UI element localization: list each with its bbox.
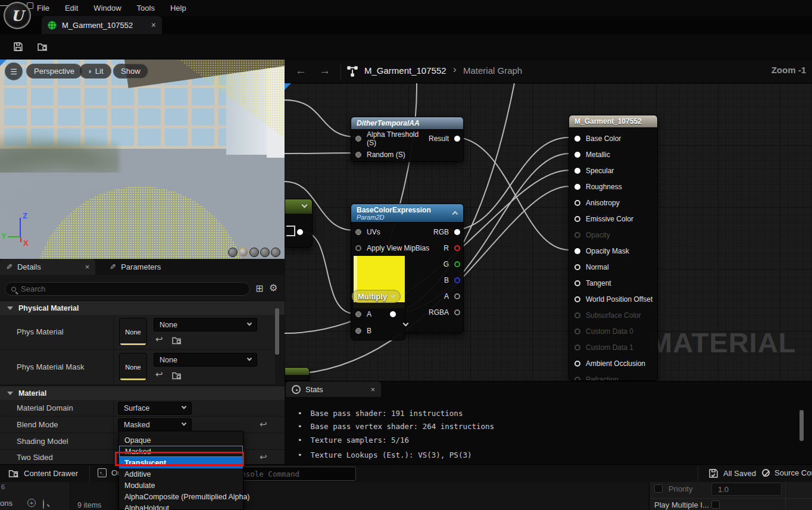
preview-cylinder-button[interactable]: [228, 248, 238, 257]
tab-close-icon[interactable]: ×: [151, 20, 156, 30]
perspective-button[interactable]: Perspective: [26, 64, 82, 79]
priority-checkbox[interactable]: [654, 484, 663, 493]
use-selected-icon[interactable]: ↩: [155, 334, 163, 345]
dropdown-item-translucent[interactable]: Translucent: [119, 457, 243, 468]
reset-to-default-icon[interactable]: ↩: [260, 419, 267, 430]
partial-node-bottom[interactable]: [285, 367, 310, 381]
pin-refraction[interactable]: [574, 377, 580, 381]
browse-icon[interactable]: [171, 336, 182, 345]
stats-tab-close-icon[interactable]: ×: [370, 385, 375, 394]
priority-value-field[interactable]: 1.0: [711, 483, 782, 496]
asset-tab[interactable]: M_Garment_107552 ×: [42, 16, 162, 34]
material-domain-combo[interactable]: Surface: [118, 402, 192, 415]
pin-opacity-mask[interactable]: [574, 248, 580, 254]
pin-specular[interactable]: [574, 168, 580, 174]
tab-details[interactable]: ✎ Details ×: [0, 259, 95, 275]
node-dither-temporal-aa[interactable]: DitherTemporalAA Alpha Threshold (S) Res…: [351, 117, 464, 162]
content-drawer-button[interactable]: Content Drawer: [8, 468, 78, 478]
dropdown-item-masked[interactable]: Masked: [119, 446, 243, 457]
preview-sphere-button[interactable]: [239, 248, 248, 257]
section-physical-material[interactable]: Physical Material: [0, 301, 285, 315]
collections-search-icon[interactable]: [43, 499, 44, 509]
stats-scrollbar[interactable]: [799, 410, 804, 441]
output-pin[interactable]: [297, 229, 303, 235]
pin-opacity[interactable]: [574, 232, 580, 238]
pin-subsurface-color[interactable]: [574, 312, 580, 318]
details-scrollbar[interactable]: [275, 308, 279, 355]
partial-texture-node[interactable]: [285, 199, 313, 248]
menu-window[interactable]: Window: [93, 4, 121, 12]
pin-ambient-occlusion[interactable]: [574, 361, 580, 367]
menu-help[interactable]: Help: [170, 4, 186, 12]
pin-metallic[interactable]: [574, 152, 580, 158]
browse-icon[interactable]: [171, 371, 182, 380]
input-pin[interactable]: [355, 229, 361, 235]
output-pin[interactable]: [390, 311, 396, 317]
multiply-title-pill[interactable]: Multiply: [352, 290, 401, 303]
all-saved-button[interactable]: All Saved: [708, 468, 756, 478]
output-pin-rgb[interactable]: [454, 229, 460, 235]
source-control-button[interactable]: Source Control: [762, 468, 812, 477]
play-multiple-checkbox[interactable]: [711, 500, 720, 509]
output-pin-r[interactable]: [454, 245, 460, 251]
output-pin-a[interactable]: [454, 293, 460, 299]
pin-base-color[interactable]: [574, 136, 580, 142]
pin-custom-data-1[interactable]: [574, 345, 580, 351]
breadcrumb-root[interactable]: M_Garment_107552: [364, 65, 446, 76]
unreal-logo-icon[interactable]: U: [4, 2, 31, 29]
chevron-down-icon[interactable]: [302, 202, 308, 208]
preview-plane-button[interactable]: [249, 248, 259, 257]
pin-roughness[interactable]: [574, 184, 580, 190]
pin-anisotropy[interactable]: [574, 200, 580, 206]
pin-normal[interactable]: [574, 264, 580, 270]
save-button[interactable]: [13, 42, 23, 52]
forward-button[interactable]: →: [319, 64, 330, 77]
browse-to-asset-button[interactable]: [37, 42, 48, 52]
details-settings-icon[interactable]: ⚙: [269, 282, 277, 293]
phys-material-combo[interactable]: None: [154, 318, 257, 331]
pin-emissive-color[interactable]: [574, 216, 580, 222]
details-tab-close-icon[interactable]: ×: [85, 262, 90, 271]
phys-material-thumbnail[interactable]: None: [119, 318, 147, 346]
dropdown-item-modulate[interactable]: Modulate: [119, 480, 243, 491]
preview-cube-button[interactable]: [260, 248, 270, 257]
dropdown-item-opaque[interactable]: Opaque: [119, 434, 243, 446]
output-pin-b[interactable]: [454, 277, 460, 283]
back-button[interactable]: ←: [295, 64, 307, 77]
pin-world-position-offset[interactable]: [574, 296, 580, 302]
pin-custom-data-0[interactable]: [574, 328, 580, 334]
phys-material-mask-thumbnail[interactable]: None: [119, 353, 147, 381]
phys-material-mask-combo[interactable]: None: [154, 353, 257, 367]
use-selected-icon[interactable]: ↩: [155, 369, 163, 380]
dropdown-item-additive[interactable]: Additive: [119, 468, 243, 480]
input-pin-b[interactable]: [355, 328, 361, 334]
input-pin[interactable]: [355, 245, 361, 251]
details-search-input[interactable]: Search: [5, 282, 250, 296]
lit-mode-button[interactable]: ◑ Lit: [79, 64, 111, 79]
blend-mode-combo[interactable]: Masked: [118, 418, 192, 431]
tab-parameters[interactable]: ✎ Parameters: [104, 259, 167, 275]
output-pin-rgba[interactable]: [454, 309, 460, 315]
dropdown-item-alphaholdout[interactable]: AlphaHoldout: [119, 502, 243, 510]
view-options-icon[interactable]: ⊞: [255, 283, 263, 294]
input-pin-a[interactable]: [355, 311, 361, 317]
menu-file[interactable]: File: [37, 4, 49, 12]
node-material-result[interactable]: M_Garment_107552 Base Color Metallic Spe…: [569, 115, 658, 381]
dropdown-item-alphacomposite[interactable]: AlphaComposite (Premultiplied Alpha): [119, 491, 243, 502]
menu-edit[interactable]: Edit: [65, 4, 78, 12]
show-button[interactable]: Show: [113, 64, 148, 79]
reset-to-default-icon[interactable]: ↩: [260, 452, 267, 462]
input-pin[interactable]: [355, 152, 361, 158]
stats-tab[interactable]: Stats ×: [286, 381, 381, 397]
section-material[interactable]: Material: [0, 386, 285, 400]
add-collection-icon[interactable]: +: [27, 499, 36, 507]
viewport-menu-button[interactable]: ☰: [5, 62, 23, 80]
input-pin[interactable]: [355, 136, 361, 142]
output-pin[interactable]: [454, 136, 460, 142]
menu-tools[interactable]: Tools: [137, 4, 155, 12]
output-pin-g[interactable]: [454, 261, 460, 267]
preview-teapot-button[interactable]: [271, 248, 280, 257]
node-multiply[interactable]: A B: [351, 302, 405, 340]
preview-viewport[interactable]: ☰ Perspective ◑ Lit Show Z Y X: [0, 60, 285, 259]
pin-tangent[interactable]: [574, 280, 580, 286]
